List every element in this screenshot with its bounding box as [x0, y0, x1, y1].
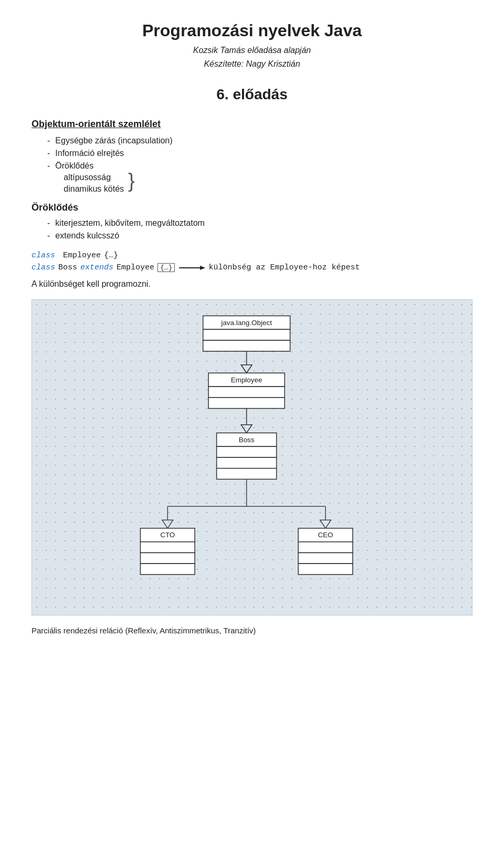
dash-icon: -: [47, 231, 50, 241]
oo-section-title: Objektum-orientált szemlélet: [32, 119, 472, 130]
bullet-text: Információ elrejtés: [55, 149, 124, 158]
subtitle-line1: Kozsik Tamás előadása alapján: [32, 44, 472, 57]
uml-class-employee: Employee: [208, 373, 285, 408]
class-body-2: {…}: [158, 263, 175, 272]
keyword-class-2: class: [32, 263, 55, 272]
inheritance-bullet-list: - kiterjesztem, kibővítem, megváltoztato…: [47, 218, 472, 241]
brace-symbol: }: [128, 171, 135, 191]
svg-rect-4: [203, 329, 290, 340]
subtitle-line2: Készítette: Nagy Krisztián: [32, 57, 472, 71]
class-employee-label: Employee: [63, 251, 101, 260]
list-item: - extends kulcsszó: [47, 231, 472, 241]
bullet-text: kiterjesztem, kibővítem, megváltoztatom: [55, 218, 205, 228]
oo-section: Objektum-orientált szemlélet - Egységbe …: [32, 119, 472, 194]
uml-class-boss: Boss: [217, 433, 277, 479]
bullet-text: Öröklődés: [55, 161, 134, 171]
code-section: class Employee {…} class Boss extends Em…: [32, 251, 472, 272]
bullet-text: Egységbe zárás (incapsulation): [55, 136, 172, 145]
dash-icon: -: [47, 161, 50, 171]
class-boss: Boss: [58, 263, 77, 272]
page-title: Programozási nyelvek Java: [32, 21, 472, 40]
brace-item: altípusosság: [64, 173, 124, 182]
dash-icon: -: [47, 149, 50, 158]
brace-group: Öröklődés altípusosság dinamikus kötés }: [55, 161, 134, 194]
arrow-icon: [179, 264, 205, 272]
list-item: - kiterjesztem, kibővítem, megváltoztato…: [47, 218, 472, 228]
uml-class-ceo: CEO: [298, 528, 353, 575]
uml-diagram: java.lang.Object Employee Boss: [32, 299, 472, 615]
svg-rect-23: [140, 564, 195, 575]
dash-icon: -: [47, 136, 50, 145]
svg-rect-27: [298, 553, 353, 564]
bullet-text: extends kulcsszó: [55, 231, 119, 241]
svg-marker-1: [200, 266, 205, 270]
arrow-object-employee: [241, 351, 252, 373]
page-header: Programozási nyelvek Java Kozsik Tamás e…: [32, 21, 472, 70]
svg-rect-26: [298, 542, 353, 553]
dash-icon: -: [47, 218, 50, 228]
oo-bullet-list: - Egységbe zárás (incapsulation) - Infor…: [47, 136, 472, 194]
svg-rect-16: [217, 446, 277, 457]
class-name-employee: [58, 251, 63, 260]
svg-rect-18: [217, 468, 277, 479]
footer-text: Parciális rendezési reláció (Reflexív, A…: [32, 626, 472, 635]
svg-rect-5: [203, 340, 290, 351]
uml-class-cto: CTO: [140, 528, 195, 575]
svg-text:java.lang.Object: java.lang.Object: [220, 319, 272, 327]
svg-rect-28: [298, 564, 353, 575]
brace-item: dinamikus kötés: [64, 184, 124, 194]
svg-marker-13: [241, 425, 252, 433]
uml-svg: java.lang.Object Employee Boss: [116, 310, 388, 604]
svg-marker-7: [241, 365, 252, 373]
arrow-employee-boss: [241, 409, 252, 433]
code-line-1: class Employee {…}: [32, 251, 472, 260]
list-item: - Egységbe zárás (incapsulation): [47, 136, 472, 145]
inheritance-title: Öröklődés: [32, 202, 472, 213]
class-employee-2: Employee: [117, 263, 154, 272]
class-body-1: {…}: [104, 251, 118, 260]
svg-text:CEO: CEO: [318, 531, 333, 539]
svg-rect-22: [140, 553, 195, 564]
arrow-line: [179, 264, 205, 272]
list-item: - Információ elrejtés: [47, 149, 472, 158]
uml-class-object: java.lang.Object: [203, 316, 290, 351]
arrow-label: különbség az Employee-hoz képest: [208, 263, 360, 272]
code-body-box: {…}: [158, 263, 175, 272]
svg-rect-10: [208, 387, 285, 398]
svg-text:Boss: Boss: [239, 436, 255, 444]
svg-text:CTO: CTO: [160, 531, 175, 539]
list-item: - Öröklődés altípusosság dinamikus kötés…: [47, 161, 472, 194]
inheritance-section: Öröklődés - kiterjesztem, kibővítem, meg…: [32, 202, 472, 241]
svg-rect-21: [140, 542, 195, 553]
keyword-class: class: [32, 251, 55, 260]
svg-text:Employee: Employee: [231, 376, 262, 384]
arrow-ceo-head: [320, 520, 331, 528]
different-note: A különbséget kell programozni.: [32, 279, 472, 289]
keyword-extends: extends: [80, 263, 113, 272]
arrow-cto-head: [162, 520, 173, 528]
svg-rect-11: [208, 398, 285, 409]
svg-rect-17: [217, 457, 277, 468]
code-line-2: class Boss extends Employee {…} különbsé…: [32, 263, 472, 272]
lecture-number: 6. előadás: [32, 86, 472, 103]
